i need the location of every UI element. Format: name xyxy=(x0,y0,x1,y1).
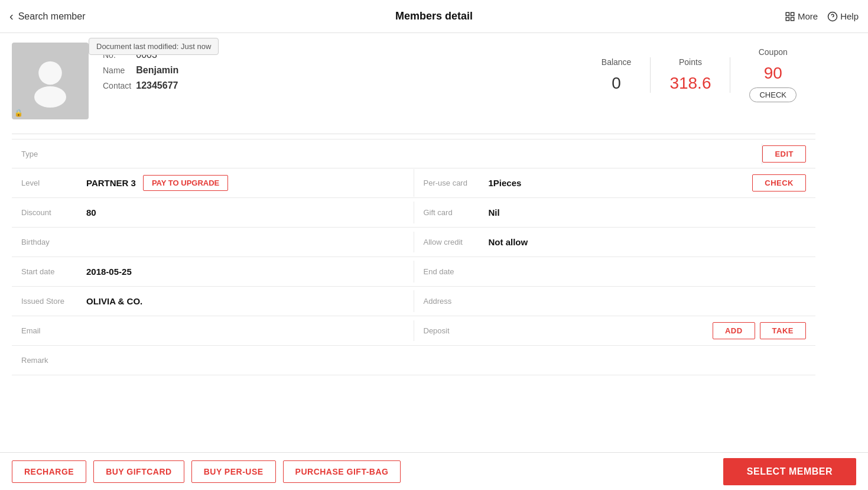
issued-store-label: Issued Store xyxy=(21,297,86,306)
balance-value: 0 xyxy=(602,74,632,93)
top-divider xyxy=(12,134,815,134)
remark-col: Remark xyxy=(12,350,815,371)
deposit-buttons: ADD TAKE xyxy=(713,322,806,339)
per-use-value: 1Pieces xyxy=(489,178,522,188)
back-arrow-icon: ‹ xyxy=(9,9,14,23)
type-label: Type xyxy=(21,150,86,158)
member-name: Benjamin xyxy=(136,63,183,78)
email-row: Email Deposit ADD TAKE xyxy=(12,316,815,346)
remark-row: Remark xyxy=(12,346,815,375)
coupon-stat: Coupon 90 CHECK xyxy=(730,47,815,102)
help-label: Help xyxy=(840,11,859,21)
per-use-check-button[interactable]: CHECK xyxy=(752,174,806,192)
coupon-check-button[interactable]: CHECK xyxy=(749,87,797,102)
type-row: Type EDIT xyxy=(12,139,815,168)
balance-stat: Balance 0 xyxy=(583,57,651,93)
allow-credit-value: Not allow xyxy=(489,237,528,247)
svg-rect-0 xyxy=(786,12,789,15)
take-button[interactable]: TAKE xyxy=(760,322,806,339)
type-col: Type xyxy=(12,144,762,164)
balance-label: Balance xyxy=(602,57,632,67)
birthday-row: Birthday Allow credit Not allow xyxy=(12,228,815,257)
svg-point-6 xyxy=(38,61,62,85)
allow-credit-label: Allow credit xyxy=(424,238,489,246)
header: ‹ Search member Members detail More Help xyxy=(0,0,868,33)
main-content: 🔒 Document last modified: Just now No. 0… xyxy=(0,33,827,385)
issued-store-value: OLIVIA & CO. xyxy=(86,296,142,306)
startdate-right-col: End date xyxy=(414,261,816,282)
birthday-right-col: Allow credit Not allow xyxy=(414,231,816,253)
edit-button[interactable]: EDIT xyxy=(762,145,806,163)
discount-value: 80 xyxy=(86,207,96,218)
lock-icon: 🔒 xyxy=(14,109,23,117)
startdate-row: Start date 2018-05-25 End date xyxy=(12,257,815,287)
help-icon xyxy=(827,11,838,22)
discount-label: Discount xyxy=(21,208,86,217)
gift-card-label: Gift card xyxy=(424,208,489,217)
points-stat: Points 318.6 xyxy=(651,57,730,93)
birthday-label: Birthday xyxy=(21,238,86,246)
email-left-col: Email xyxy=(12,320,414,341)
level-left-col: Level PARTNER 3 PAY TO UPGRADE xyxy=(12,169,414,197)
end-date-label: End date xyxy=(424,267,489,276)
detail-section: Type EDIT Level PARTNER 3 PAY TO UPGRADE… xyxy=(12,139,815,375)
birthday-left-col: Birthday xyxy=(12,232,414,252)
add-button[interactable]: ADD xyxy=(713,322,755,339)
remark-label: Remark xyxy=(21,356,86,365)
level-value-wrap: PARTNER 3 PAY TO UPGRADE xyxy=(86,175,228,191)
address-label: Address xyxy=(424,297,489,306)
header-actions: More Help xyxy=(785,11,859,22)
tooltip: Document last modified: Just now xyxy=(89,38,219,55)
issuedstore-left-col: Issued Store OLIVIA & CO. xyxy=(12,290,414,312)
svg-rect-2 xyxy=(786,17,789,20)
level-label: Level xyxy=(21,179,86,187)
start-date-label: Start date xyxy=(21,267,86,276)
back-button[interactable]: ‹ Search member xyxy=(9,9,86,23)
gift-card-value: Nil xyxy=(489,207,500,218)
email-right-col: Deposit ADD TAKE xyxy=(414,316,816,345)
deposit-label: Deposit xyxy=(424,326,489,335)
startdate-left-col: Start date 2018-05-25 xyxy=(12,261,414,283)
check-btn-wrap: CHECK xyxy=(752,174,806,192)
avatar-image xyxy=(24,54,77,108)
more-icon xyxy=(785,11,795,22)
level-value: PARTNER 3 xyxy=(86,178,136,188)
search-member-label: Search member xyxy=(18,11,86,22)
more-button[interactable]: More xyxy=(785,11,818,22)
level-right-col: Per-use card 1Pieces CHECK xyxy=(414,168,816,197)
more-label: More xyxy=(798,11,818,21)
start-date-value: 2018-05-25 xyxy=(86,267,132,277)
type-edit-wrap: EDIT xyxy=(762,145,815,163)
points-value: 318.6 xyxy=(669,74,711,93)
avatar: 🔒 xyxy=(12,43,89,119)
coupon-check-wrap: 90 CHECK xyxy=(749,64,797,102)
email-label: Email xyxy=(21,326,86,335)
help-button[interactable]: Help xyxy=(827,11,859,22)
discount-left-col: Discount 80 xyxy=(12,202,414,223)
issuedstore-row: Issued Store OLIVIA & CO. Address xyxy=(12,287,815,316)
member-contact: 12345677 xyxy=(136,78,183,93)
pay-upgrade-button[interactable]: PAY TO UPGRADE xyxy=(143,175,228,191)
level-row: Level PARTNER 3 PAY TO UPGRADE Per-use c… xyxy=(12,168,815,198)
svg-rect-3 xyxy=(791,17,794,20)
svg-rect-1 xyxy=(791,12,794,15)
coupon-label: Coupon xyxy=(749,47,797,57)
page-title: Members detail xyxy=(395,10,473,22)
contact-label: Contact xyxy=(103,78,136,93)
tooltip-text: Document last modified: Just now xyxy=(96,42,211,51)
discount-right-col: Gift card Nil xyxy=(414,202,816,223)
discount-row: Discount 80 Gift card Nil xyxy=(12,198,815,228)
member-stats: Balance 0 Points 318.6 Coupon 90 CHECK xyxy=(466,43,815,102)
coupon-value: 90 xyxy=(764,64,782,83)
per-use-label: Per-use card xyxy=(424,179,489,187)
issuedstore-right-col: Address xyxy=(414,291,816,311)
name-label: Name xyxy=(103,63,136,78)
member-top-section: 🔒 Document last modified: Just now No. 0… xyxy=(12,43,815,129)
points-label: Points xyxy=(669,57,711,67)
svg-point-7 xyxy=(34,86,66,108)
